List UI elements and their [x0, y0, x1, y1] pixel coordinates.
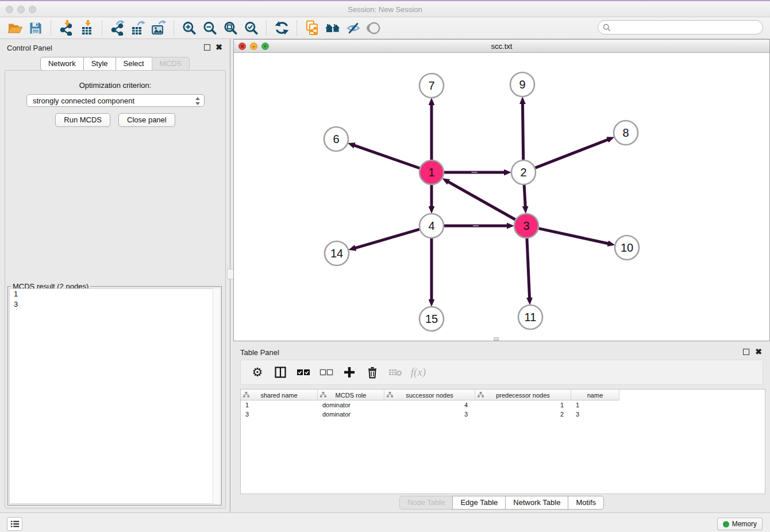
criterion-select[interactable]: strongly connected component	[26, 94, 205, 107]
tab-node-table[interactable]: Node Table	[399, 496, 453, 510]
save-floppy-icon	[29, 21, 43, 35]
network-canvas[interactable]: 7968124314101511	[234, 53, 769, 341]
svg-text:6: 6	[333, 133, 339, 145]
toolbar-separator	[51, 21, 51, 36]
column-header[interactable]: predecessor nodes	[475, 390, 571, 400]
unchecked-boxes-icon	[319, 369, 333, 376]
select-stepper-icon	[195, 97, 201, 106]
export-table-button[interactable]	[128, 19, 148, 37]
close-table-panel-icon[interactable]: ✖	[755, 347, 762, 356]
memory-status-icon	[723, 521, 729, 527]
tab-motifs[interactable]: Motifs	[568, 496, 604, 510]
table-cell: 3	[241, 410, 318, 419]
svg-text:11: 11	[525, 311, 537, 323]
delete-table-icon	[388, 368, 402, 377]
table-cell: dominator	[318, 400, 384, 410]
function-builder-button[interactable]: f(x)	[411, 365, 426, 380]
svg-text:3: 3	[523, 219, 529, 232]
zoom-selected-button[interactable]	[241, 19, 261, 37]
delete-table-button[interactable]	[388, 365, 403, 380]
app-window: Session: New Session	[0, 0, 770, 532]
control-panel-title: Control Panel	[7, 44, 52, 52]
delete-column-button[interactable]	[365, 365, 380, 380]
table-cell: 2	[475, 410, 571, 419]
network-view-titlebar: ✕ – + scc.txt	[234, 40, 769, 53]
show-task-history-button[interactable]	[7, 517, 22, 531]
eye-slash-icon	[346, 21, 361, 36]
search-input[interactable]	[611, 23, 763, 32]
split-view-button[interactable]	[273, 365, 288, 380]
zoom-out-icon	[202, 21, 217, 36]
float-panel-icon[interactable]	[204, 44, 210, 51]
open-session-button[interactable]	[5, 19, 25, 37]
show-all-button[interactable]	[364, 19, 384, 37]
new-network-from-selection-button[interactable]	[302, 19, 322, 37]
criterion-selected-value: strongly connected component	[33, 97, 134, 105]
gear-icon: ⚙	[252, 366, 263, 379]
export-image-button[interactable]	[148, 19, 169, 37]
table-cell: 3	[384, 410, 475, 419]
main-toolbar	[0, 17, 770, 39]
import-network-button[interactable]	[56, 19, 76, 37]
select-all-columns-button[interactable]	[296, 365, 311, 380]
import-table-button[interactable]	[76, 19, 97, 37]
search-field[interactable]	[598, 20, 763, 34]
add-column-button[interactable]	[342, 365, 357, 380]
clear-column-selection-button[interactable]	[319, 365, 334, 380]
table-row[interactable]: 3dominator323	[241, 410, 765, 419]
tab-edge-table[interactable]: Edge Table	[452, 496, 506, 510]
network-document-icon	[305, 20, 319, 36]
memory-button[interactable]: Memory	[717, 518, 763, 530]
first-neighbors-button[interactable]	[322, 19, 343, 37]
table-settings-button[interactable]: ⚙	[250, 365, 265, 380]
window-title: Session: New Session	[0, 5, 770, 14]
checked-boxes-icon	[297, 369, 310, 376]
result-line: 3	[10, 299, 220, 310]
tab-style[interactable]: Style	[83, 57, 116, 71]
column-header[interactable]: MCDS role	[318, 390, 384, 400]
zoom-fit-button[interactable]	[220, 19, 241, 37]
close-mcds-panel-button[interactable]: Close panel	[118, 113, 175, 127]
table-cell: 4	[384, 400, 475, 410]
export-network-button[interactable]	[107, 19, 128, 37]
table-cell: 3	[571, 410, 619, 419]
tab-select[interactable]: Select	[116, 57, 152, 71]
column-header[interactable]: shared name	[241, 390, 318, 400]
svg-text:10: 10	[621, 241, 633, 254]
zoom-out-button[interactable]	[199, 19, 220, 37]
result-line: 1	[10, 289, 220, 299]
houses-icon	[325, 21, 341, 35]
search-icon	[603, 24, 611, 32]
list-icon	[10, 519, 20, 529]
table-cell: 1	[241, 400, 318, 410]
table-panel-title: Table Panel	[240, 348, 279, 357]
tab-mcds[interactable]: MCDS	[152, 57, 190, 71]
control-panel: Control Panel ✖ Network Style Select MCD…	[0, 39, 230, 512]
apply-layout-button[interactable]	[271, 19, 292, 37]
svg-text:7: 7	[428, 79, 434, 92]
result-scrollbar[interactable]	[213, 288, 220, 504]
run-mcds-button[interactable]: Run MCDS	[55, 113, 110, 127]
float-table-panel-icon[interactable]	[743, 349, 749, 355]
table-row[interactable]: 1dominator411	[241, 400, 765, 410]
window-titlebar: Session: New Session	[0, 1, 770, 17]
zoom-in-button[interactable]	[179, 19, 199, 37]
svg-text:14: 14	[330, 247, 343, 260]
node-table-rows: 1dominator4113dominator323	[241, 400, 765, 419]
tab-network-table[interactable]: Network Table	[505, 496, 568, 510]
mcds-result-list[interactable]: 13	[9, 288, 220, 504]
eye-icon	[367, 21, 382, 36]
column-header[interactable]: successor nodes	[384, 390, 475, 400]
table-panel-header: Table Panel ✖	[233, 344, 770, 361]
column-header[interactable]: name	[571, 390, 619, 400]
toolbar-separator	[266, 21, 267, 36]
zoom-selected-icon	[244, 21, 259, 36]
table-cell: 1	[475, 400, 571, 410]
canvas-scroll-handle[interactable]	[494, 337, 499, 341]
hide-selected-button[interactable]	[343, 19, 364, 37]
close-panel-icon[interactable]: ✖	[215, 43, 222, 52]
open-folder-icon	[7, 21, 23, 35]
save-session-button[interactable]	[25, 19, 46, 37]
tab-network[interactable]: Network	[40, 57, 84, 71]
memory-label: Memory	[732, 520, 757, 528]
